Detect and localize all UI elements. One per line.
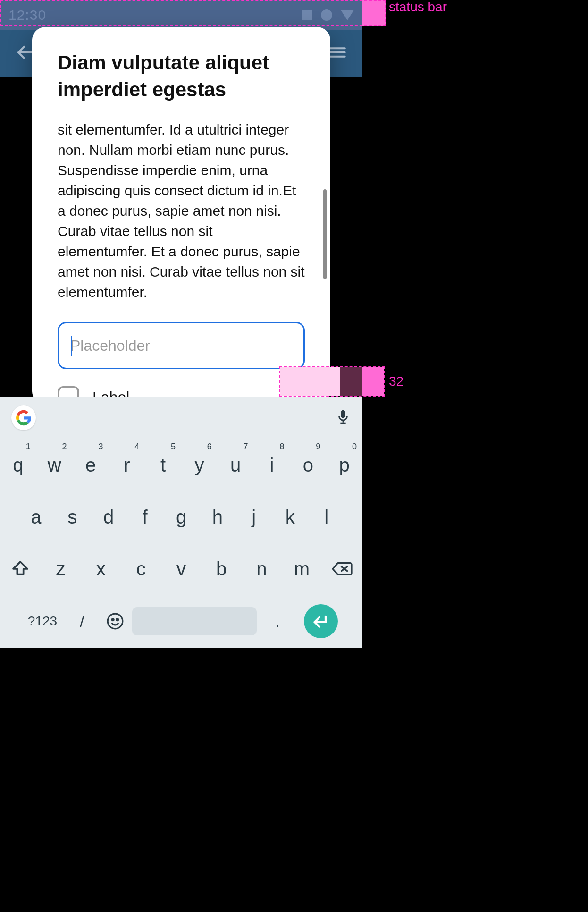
key-o[interactable]: o9 — [290, 439, 326, 491]
key-label: l — [324, 507, 328, 528]
redline-status-label: status bar — [389, 0, 447, 14]
text-input[interactable] — [58, 322, 305, 369]
key-label: q — [13, 455, 23, 476]
key-label: s — [67, 507, 77, 528]
keyboard-row-2: asdfghjkl — [0, 491, 362, 543]
key-label: x — [96, 558, 106, 580]
key-label: m — [294, 558, 310, 580]
soft-keyboard: q1w2e3r4t5y6u7i8o9p0 asdfghjkl zxcvbnm ?… — [0, 397, 362, 648]
key-superscript: 0 — [352, 442, 357, 452]
google-icon[interactable] — [11, 405, 36, 430]
text-caret — [71, 336, 72, 356]
backspace-key[interactable] — [322, 559, 362, 578]
key-g[interactable]: g — [163, 491, 200, 543]
period-key[interactable]: . — [257, 612, 298, 631]
key-f[interactable]: f — [127, 491, 163, 543]
key-v[interactable]: v — [161, 558, 201, 580]
key-label: d — [103, 507, 114, 528]
key-label: u — [230, 455, 241, 476]
key-a[interactable]: a — [18, 491, 54, 543]
key-label: f — [143, 507, 148, 528]
key-superscript: 9 — [316, 442, 320, 452]
status-time: 12:30 — [8, 7, 46, 23]
key-label: h — [212, 507, 223, 528]
key-j[interactable]: j — [235, 491, 272, 543]
key-label: t — [160, 455, 166, 476]
key-superscript: 7 — [244, 442, 248, 452]
key-l[interactable]: l — [308, 491, 344, 543]
keyboard-row-1: q1w2e3r4t5y6u7i8o9p0 — [0, 439, 362, 491]
key-w[interactable]: w2 — [36, 439, 73, 491]
dialog-body: sit elementumfer. Id a utultrici integer… — [58, 120, 305, 302]
space-key[interactable] — [132, 607, 257, 635]
key-label: v — [176, 558, 186, 580]
symbols-key[interactable]: ?123 — [19, 614, 66, 629]
key-superscript: 8 — [279, 442, 284, 452]
key-superscript: 2 — [62, 442, 67, 452]
key-e[interactable]: e3 — [73, 439, 109, 491]
key-label: i — [270, 455, 274, 476]
keyboard-rows: q1w2e3r4t5y6u7i8o9p0 asdfghjkl zxcvbnm ?… — [0, 439, 362, 648]
key-label: r — [124, 455, 130, 476]
key-label: o — [303, 455, 313, 476]
key-superscript: 1 — [26, 442, 31, 452]
key-s[interactable]: s — [54, 491, 91, 543]
keyboard-row-3: zxcvbnm — [0, 543, 362, 595]
key-d[interactable]: d — [91, 491, 127, 543]
redline-gap-swatch-c — [362, 367, 384, 396]
status-triangle-icon — [341, 10, 354, 20]
key-b[interactable]: b — [202, 558, 242, 580]
dialog: Diam vulputate aliquet imperdiet egestas… — [32, 27, 330, 405]
status-bar: 12:30 — [0, 0, 362, 30]
keyboard-row-4: ?123 / . — [0, 595, 362, 648]
key-x[interactable]: x — [81, 558, 121, 580]
key-p[interactable]: p0 — [326, 439, 362, 491]
key-i[interactable]: i8 — [254, 439, 290, 491]
status-icons — [302, 9, 354, 21]
svg-rect-4 — [343, 421, 344, 423]
key-label: g — [176, 507, 186, 528]
svg-point-10 — [117, 619, 118, 621]
key-superscript: 4 — [134, 442, 139, 452]
svg-point-9 — [112, 619, 114, 621]
key-label: p — [339, 455, 349, 476]
redline-status-swatch — [362, 0, 386, 26]
key-z[interactable]: z — [41, 558, 81, 580]
key-k[interactable]: k — [272, 491, 308, 543]
key-superscript: 3 — [98, 442, 103, 452]
key-label: j — [252, 507, 256, 528]
key-label: y — [194, 455, 204, 476]
svg-rect-5 — [340, 423, 345, 424]
enter-key[interactable] — [298, 604, 344, 638]
key-t[interactable]: t5 — [145, 439, 181, 491]
key-q[interactable]: q1 — [0, 439, 36, 491]
slash-key[interactable]: / — [66, 612, 98, 631]
device-frame: 12:30 Diam vulputate aliquet imperdiet e… — [0, 0, 362, 648]
key-y[interactable]: y6 — [181, 439, 218, 491]
keyboard-suggestion-bar — [0, 397, 362, 439]
redline-gap-label: 32 — [389, 374, 403, 389]
key-n[interactable]: n — [242, 558, 282, 580]
key-superscript: 6 — [207, 442, 212, 452]
status-square-icon — [302, 10, 312, 20]
key-m[interactable]: m — [282, 558, 322, 580]
mic-icon[interactable] — [335, 409, 351, 427]
redline-gap-swatch-b — [340, 367, 362, 396]
key-u[interactable]: u7 — [218, 439, 254, 491]
key-label: z — [56, 558, 66, 580]
key-label: a — [31, 507, 41, 528]
key-c[interactable]: c — [121, 558, 161, 580]
key-label: b — [216, 558, 227, 580]
key-label: k — [286, 507, 295, 528]
key-label: c — [136, 558, 146, 580]
shift-key[interactable] — [0, 559, 41, 578]
status-circle-icon — [321, 9, 332, 21]
scrollbar-thumb[interactable] — [323, 189, 327, 279]
svg-point-8 — [108, 614, 123, 629]
key-label: n — [256, 558, 267, 580]
emoji-key[interactable] — [98, 612, 132, 630]
dialog-title: Diam vulputate aliquet imperdiet egestas — [58, 50, 305, 103]
key-h[interactable]: h — [199, 491, 235, 543]
menu-icon[interactable] — [328, 42, 347, 64]
key-r[interactable]: r4 — [109, 439, 145, 491]
